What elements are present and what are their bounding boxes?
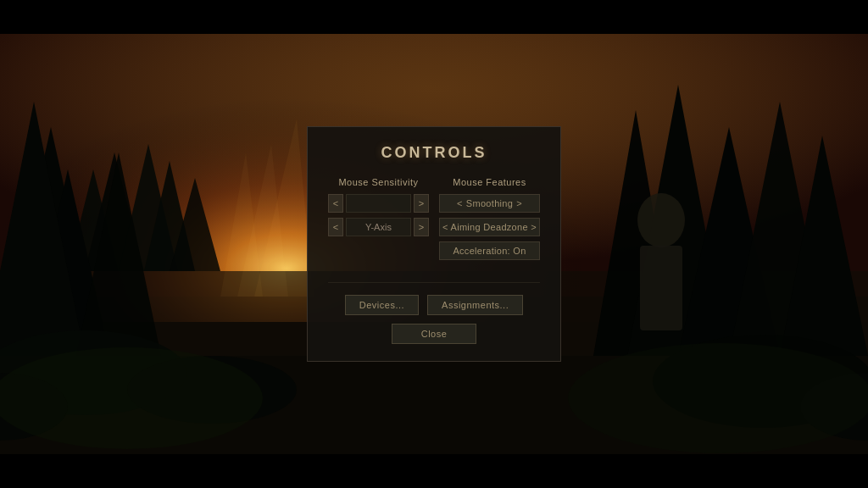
y-axis-row: < Y-Axis > (328, 218, 429, 236)
smoothing-left: < (457, 198, 463, 208)
y-axis-right-arrow[interactable]: > (414, 218, 429, 236)
controls-content: Mouse Sensitivity < > < Y-Axis > (328, 177, 540, 265)
devices-button[interactable]: Devices... (345, 295, 419, 315)
smoothing-label: Smoothing (466, 198, 513, 208)
dialog-overlay: CONTROLS Mouse Sensitivity < > < Y-Axis (0, 0, 868, 488)
mouse-sensitivity-label: Mouse Sensitivity (328, 177, 429, 187)
close-button[interactable]: Close (392, 324, 476, 344)
bottom-buttons: Devices... Assignments... (328, 295, 540, 315)
y-axis-left-arrow[interactable]: < (328, 218, 343, 236)
smoothing-button[interactable]: < Smoothing > (439, 194, 540, 213)
aiming-deadzone-button[interactable]: < Aiming Deadzone > (439, 218, 540, 236)
sensitivity-value-box (346, 194, 411, 213)
aiming-deadzone-label: < Aiming Deadzone > (442, 222, 537, 232)
sensitivity-left-arrow[interactable]: < (328, 194, 343, 213)
y-axis-label: Y-Axis (365, 222, 392, 232)
y-axis-value-box: Y-Axis (346, 218, 411, 236)
acceleration-button[interactable]: Acceleration: On (439, 241, 540, 260)
dialog-title: CONTROLS (328, 144, 540, 162)
mouse-sensitivity-column: Mouse Sensitivity < > < Y-Axis > (328, 177, 429, 265)
mouse-features-column: Mouse Features < Smoothing > < Aiming De… (439, 177, 540, 265)
sensitivity-row: < > (328, 194, 429, 213)
separator (328, 282, 540, 283)
smoothing-right: > (516, 198, 522, 208)
assignments-button[interactable]: Assignments... (427, 295, 523, 315)
mouse-features-label: Mouse Features (439, 177, 540, 187)
acceleration-label: Acceleration: On (453, 246, 526, 256)
controls-dialog: CONTROLS Mouse Sensitivity < > < Y-Axis (307, 126, 561, 362)
sensitivity-right-arrow[interactable]: > (414, 194, 429, 213)
